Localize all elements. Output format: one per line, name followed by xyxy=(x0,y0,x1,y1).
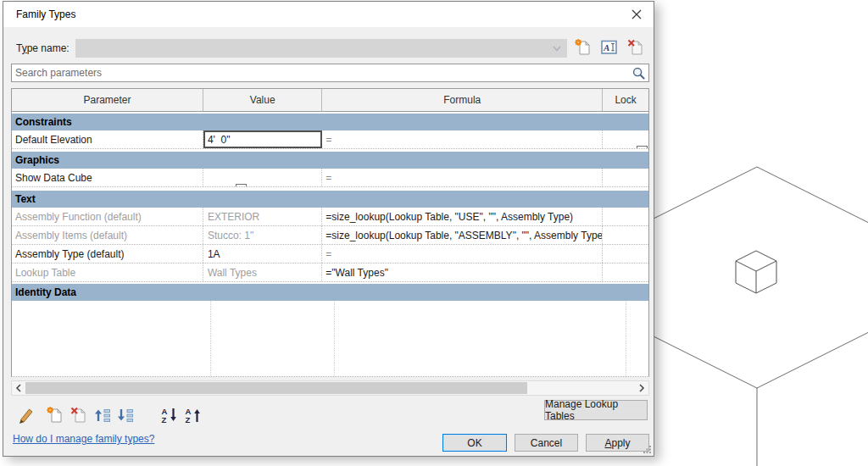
lock-checkbox[interactable] xyxy=(637,146,648,148)
empty-rows-area xyxy=(12,301,648,376)
delete-parameter-button[interactable] xyxy=(69,405,89,425)
edit-parameter-icon xyxy=(16,406,35,424)
manage-lookup-tables-button[interactable]: Manage Lookup Tables xyxy=(544,400,648,420)
lock-cell xyxy=(603,245,648,263)
value-checkbox[interactable] xyxy=(236,184,247,186)
section-header-constraints: Constraints xyxy=(12,114,648,130)
column-header-lock[interactable]: Lock xyxy=(603,89,648,111)
column-header-value[interactable]: Value xyxy=(203,89,322,111)
dialog-titlebar[interactable]: Family Types xyxy=(3,2,654,27)
svg-text:Z: Z xyxy=(186,415,191,424)
formula-cell[interactable]: =size_lookup(Lookup Table, "ASSEMBLY", "… xyxy=(322,226,603,244)
scroll-left-button[interactable] xyxy=(12,381,25,395)
dialog-title: Family Types xyxy=(16,8,75,20)
sort-descending-button[interactable]: A Z xyxy=(183,405,203,425)
search-parameters-box xyxy=(11,64,649,82)
formula-cell[interactable]: = xyxy=(322,130,603,148)
formula-cell[interactable]: ="Wall Types" xyxy=(322,264,603,281)
new-type-icon xyxy=(574,38,593,57)
move-down-button[interactable] xyxy=(115,405,136,425)
sort-ascending-button[interactable]: A Z xyxy=(159,405,180,425)
table-row: Assembly Function (default) EXTERIOR =si… xyxy=(12,208,648,226)
apply-button[interactable]: Apply xyxy=(586,434,649,452)
table-row: Assembly Items (default) Stucco: 1" =siz… xyxy=(12,226,648,245)
value-cell-selected[interactable]: 4' 0" xyxy=(203,130,322,148)
lock-cell xyxy=(603,264,648,281)
close-icon xyxy=(632,9,642,19)
parameter-name: Assembly Items (default) xyxy=(12,226,203,244)
sort-ascending-icon: A Z xyxy=(160,406,179,424)
cancel-button[interactable]: Cancel xyxy=(515,434,578,452)
lock-cell xyxy=(603,226,648,244)
family-types-dialog: Family Types Type name: xyxy=(3,1,654,457)
delete-type-button[interactable] xyxy=(626,37,646,58)
value-cell[interactable]: EXTERIOR xyxy=(203,208,322,225)
lock-cell xyxy=(603,169,648,186)
value-cell[interactable]: Stucco: 1" xyxy=(203,226,322,244)
scroll-right-button[interactable] xyxy=(635,381,648,395)
move-down-icon xyxy=(116,406,135,424)
move-up-button[interactable] xyxy=(92,405,113,425)
help-link[interactable]: How do I manage family types? xyxy=(13,433,154,445)
scroll-right-icon xyxy=(638,384,645,392)
section-header-graphics: Graphics xyxy=(12,152,648,169)
resize-grip[interactable] xyxy=(643,445,652,454)
scrollbar-thumb[interactable] xyxy=(25,382,527,394)
check-icon xyxy=(236,185,247,186)
parameter-name: Show Data Cube xyxy=(12,169,203,186)
new-parameter-icon xyxy=(46,406,64,424)
table-row: Show Data Cube = xyxy=(12,169,648,187)
horizontal-scrollbar[interactable] xyxy=(11,380,649,396)
search-icon xyxy=(632,66,646,80)
svg-text:Z: Z xyxy=(162,415,167,424)
table-row: Default Elevation 4' 0" = xyxy=(12,130,648,149)
edit-parameter-button[interactable] xyxy=(15,405,36,425)
table-row: Lookup Table Wall Types ="Wall Types" xyxy=(12,264,648,282)
type-name-label: Type name: xyxy=(16,42,70,54)
column-header-parameter[interactable]: Parameter xyxy=(12,89,203,111)
value-cell[interactable]: Wall Types xyxy=(203,264,322,281)
new-type-button[interactable] xyxy=(573,37,593,58)
value-cell[interactable]: 1A xyxy=(203,245,322,263)
new-parameter-button[interactable] xyxy=(45,405,65,425)
parameter-name: Default Elevation xyxy=(12,130,203,148)
parameter-name: Assembly Type (default) xyxy=(12,245,203,263)
close-button[interactable] xyxy=(625,6,648,23)
parameter-table: Parameter Value Formula Lock Constraints… xyxy=(11,88,649,377)
rename-type-button[interactable]: A xyxy=(599,37,620,58)
search-input[interactable] xyxy=(15,65,626,80)
scroll-left-icon xyxy=(15,384,22,392)
table-row: Assembly Type (default) 1A = xyxy=(12,245,648,264)
section-header-text: Text xyxy=(12,191,648,208)
ok-button[interactable]: OK xyxy=(442,434,507,452)
chevron-down-icon xyxy=(553,46,561,52)
rename-type-icon: A xyxy=(600,38,619,57)
type-name-combobox[interactable] xyxy=(75,39,567,58)
svg-text:A: A xyxy=(603,42,609,53)
section-header-identity-data: Identity Data xyxy=(12,284,648,301)
column-header-formula[interactable]: Formula xyxy=(322,89,603,111)
formula-cell[interactable]: = xyxy=(322,169,603,186)
parameter-name: Assembly Function (default) xyxy=(12,208,203,225)
parameter-name: Lookup Table xyxy=(12,264,203,281)
table-header-row: Parameter Value Formula Lock xyxy=(12,89,648,112)
formula-cell[interactable]: = xyxy=(322,245,603,263)
lock-cell xyxy=(603,130,648,148)
delete-type-icon xyxy=(626,38,645,57)
sort-descending-icon: A Z xyxy=(184,406,203,424)
move-up-icon xyxy=(93,406,112,424)
delete-parameter-icon xyxy=(70,406,88,424)
value-cell xyxy=(203,169,322,186)
lock-cell xyxy=(603,208,648,225)
formula-cell[interactable]: =size_lookup(Lookup Table, "USE", "", As… xyxy=(322,208,603,225)
revit-workspace: Family Types Type name: xyxy=(0,0,868,466)
check-icon xyxy=(637,147,648,148)
